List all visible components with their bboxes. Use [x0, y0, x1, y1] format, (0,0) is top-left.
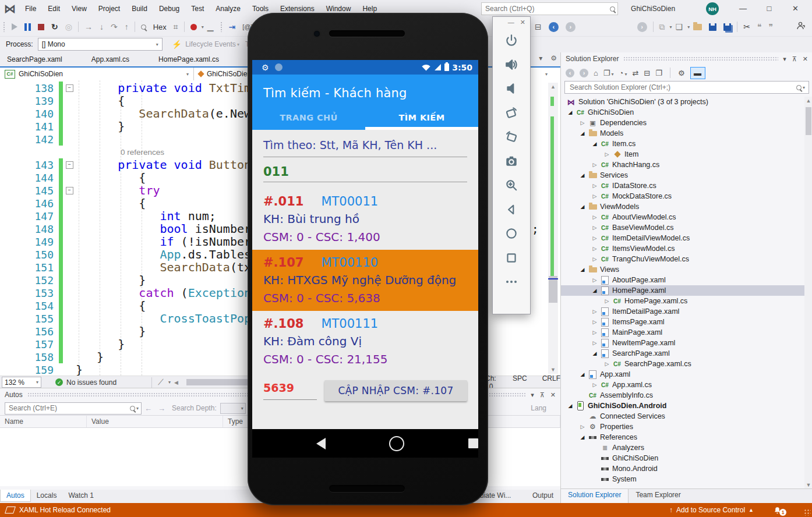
tree-item[interactable]: ◢C#Item.cs [561, 139, 804, 149]
new-item-button[interactable]: ❏ [676, 22, 683, 31]
expander-collapsed-icon[interactable]: ▷ [590, 183, 599, 189]
add-to-source-control-button[interactable]: ↑ Add to Source Control ▲ [669, 506, 754, 514]
horizontal-scrollbar-thumb[interactable] [186, 379, 256, 385]
csm-entry-input[interactable]: 5639 [263, 381, 317, 400]
show-threads-button[interactable]: ⇥ [229, 22, 236, 31]
tree-item[interactable]: ▷C#IDataStore.cs [561, 180, 804, 191]
breakpoint-dropdown-icon[interactable]: ▾ [202, 24, 204, 30]
close-icon[interactable]: ✕ [550, 391, 556, 399]
expander-collapsed-icon[interactable]: ▷ [590, 319, 599, 325]
navigate-back-button[interactable]: ‹ [549, 22, 559, 32]
apply-code-changes-button[interactable]: ◎ [65, 22, 72, 31]
close-icon[interactable]: ✕ [803, 55, 808, 63]
restart-button[interactable]: ↻ [51, 22, 58, 31]
pending-changes-filter-icon[interactable]: ◔▾ [619, 69, 627, 77]
menu-analyze[interactable]: Analyze [210, 3, 246, 15]
home-nav-icon[interactable] [389, 436, 404, 451]
customer-list-item[interactable]: #.108MT00111KH: Đàm công VịCSM: 0 - CSC:… [252, 311, 478, 372]
scroll-left-icon[interactable]: ◀ [174, 380, 178, 385]
tab-autos[interactable]: Autos [0, 490, 31, 502]
lifecycle-events-label[interactable]: Lifecycle Events [185, 40, 236, 48]
tree-item[interactable]: ◢Models [561, 128, 804, 139]
tree-item[interactable]: ◢References [561, 432, 804, 442]
expander-collapsed-icon[interactable]: ▷ [578, 120, 587, 126]
tree-item[interactable]: ▷ItemsPage.xaml [561, 317, 804, 327]
resize-grip[interactable] [804, 509, 811, 516]
scrollbar-thumb[interactable] [549, 276, 557, 303]
continue-button[interactable] [12, 23, 17, 30]
search-back-icon[interactable]: ← [144, 404, 152, 413]
tree-item[interactable]: ▷C#ItemsViewModel.cs [561, 243, 804, 254]
expander-open-icon[interactable]: ◢ [578, 434, 587, 440]
search-query-input[interactable]: 011 [263, 165, 467, 182]
tree-item[interactable]: ▷NewItemPage.xaml [561, 338, 804, 348]
expander-collapsed-icon[interactable]: ▷ [590, 382, 599, 388]
notifications-button[interactable]: 1 [773, 504, 786, 516]
minimize-button[interactable]: — [730, 0, 756, 17]
expander-collapsed-icon[interactable]: ▷ [602, 151, 612, 157]
expander-collapsed-icon[interactable]: ▷ [590, 225, 599, 231]
customer-list-item[interactable]: #.011MT00011KH: Bùi trung hồCSM: 0 - CSC… [252, 189, 478, 250]
column-header-name[interactable]: Name [0, 416, 87, 427]
codelens-references[interactable]: 0 references [121, 148, 164, 157]
save-all-button[interactable] [723, 23, 731, 31]
tree-item[interactable]: ▷C#AboutViewModel.cs [561, 212, 804, 222]
preview-selected-items-button[interactable]: ▬ [690, 67, 705, 79]
expander-collapsed-icon[interactable]: ▷ [590, 246, 599, 252]
tree-item[interactable]: ≣Analyzers [561, 442, 804, 453]
menu-test[interactable]: Test [186, 3, 209, 15]
maximize-button[interactable]: □ [756, 0, 782, 17]
device-monitor-icon[interactable]: ⊟ [535, 22, 542, 31]
fold-collapse-icon[interactable]: − [66, 187, 73, 194]
show-next-statement-button[interactable]: → [84, 22, 93, 31]
forward-button[interactable]: › [580, 69, 588, 77]
screenshot-camera-button[interactable] [503, 153, 520, 170]
tree-item[interactable]: ▷C#KhachHang.cs [561, 160, 804, 170]
tree-item[interactable]: ▷C#TrangChuViewModel.cs [561, 254, 804, 264]
expander-open-icon[interactable]: ◢ [578, 130, 587, 136]
expander-open-icon[interactable]: ◢ [578, 172, 587, 178]
autos-search-input[interactable] [8, 403, 130, 413]
recents-button[interactable] [503, 249, 520, 267]
send-feedback-icon[interactable] [796, 22, 805, 32]
step-into-button[interactable]: ↓ [100, 22, 104, 31]
expander-open-icon[interactable]: ◢ [590, 288, 599, 293]
expander-collapsed-icon[interactable]: ▷ [590, 277, 599, 283]
tab-output[interactable]: Output [529, 490, 557, 501]
new-project-button[interactable]: ⧉ [659, 22, 665, 32]
expander-collapsed-icon[interactable]: ▷ [590, 235, 599, 241]
tree-item[interactable]: ▷C#App.xaml.cs [561, 380, 804, 390]
solution-search-box[interactable]: ▾ [564, 81, 809, 94]
more-options-button[interactable] [503, 273, 520, 291]
fold-collapse-icon[interactable]: − [66, 161, 73, 169]
volume-up-button[interactable] [503, 56, 520, 73]
expander-collapsed-icon[interactable]: ▷ [602, 298, 612, 304]
tree-item[interactable]: ◢Views [561, 264, 804, 275]
document-tab[interactable]: SearchPage.xaml [0, 53, 69, 66]
open-file-icon[interactable] [693, 24, 702, 30]
tree-item[interactable]: ⋈Solution 'GhiChiSoDien' (3 of 3 project… [561, 97, 804, 107]
tree-item[interactable]: ◢Services [561, 170, 804, 180]
properties-wrench-icon[interactable]: ⚙ [678, 69, 685, 77]
tree-item[interactable]: ▷C#MockDataStore.cs [561, 191, 804, 201]
tree-item[interactable]: ▷AboutPage.xaml [561, 275, 804, 285]
power-button[interactable] [503, 31, 520, 49]
search-icon[interactable] [141, 24, 146, 30]
step-over-button[interactable]: ↷ [111, 22, 118, 31]
scroll-up-icon[interactable]: ▲ [804, 97, 812, 105]
sync-with-active-document-icon[interactable]: ⇄ [632, 69, 638, 77]
tab-solution-explorer[interactable]: Solution Explorer [561, 489, 629, 503]
expander-open-icon[interactable]: ◢ [590, 141, 599, 147]
navigate-forward-button[interactable]: › [637, 22, 647, 32]
tree-item[interactable]: ◢App.xaml [561, 369, 804, 380]
tree-item[interactable]: Mono.Android [561, 463, 804, 474]
tree-item[interactable]: ◢C#GhiChiSoDien [561, 107, 804, 118]
toolbar-grip[interactable] [3, 22, 5, 32]
scroll-up-icon[interactable]: ▲ [548, 83, 558, 91]
expander-collapsed-icon[interactable]: ▷ [590, 256, 599, 262]
expander-open-icon[interactable]: ◢ [578, 371, 587, 377]
rotate-left-button[interactable] [503, 104, 520, 122]
autos-search-box[interactable]: ▾ [5, 402, 142, 415]
expander-open-icon[interactable]: ◢ [566, 109, 575, 115]
expander-collapsed-icon[interactable]: ▷ [590, 330, 599, 335]
